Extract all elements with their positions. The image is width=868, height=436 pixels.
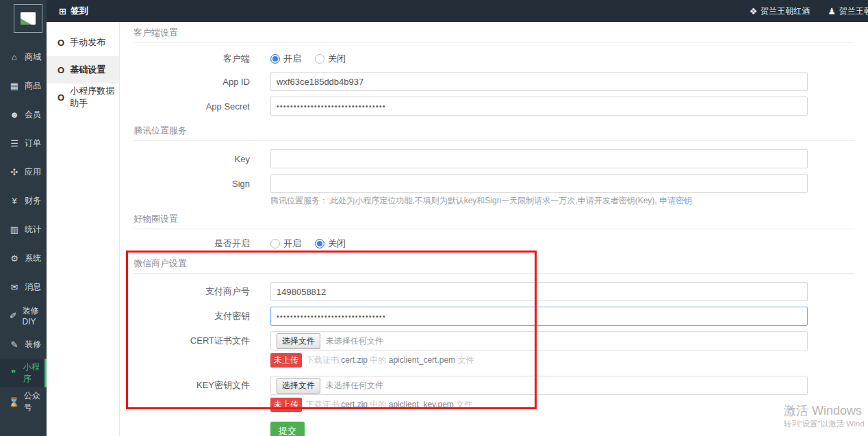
topbar: ⊞ 签到 ❖ 贺兰王朝红酒 ♟ 贺兰王朝红酒: [47, 0, 868, 22]
submenu-item-data-assistant[interactable]: O 小程序数据助手: [47, 84, 119, 111]
broken-image-icon: [21, 12, 36, 25]
haowuquan-off-radio[interactable]: 关闭: [315, 238, 346, 250]
sidebar-item-label: 公众号: [24, 390, 47, 413]
gear-icon: ⚙: [8, 253, 21, 264]
sidebar-item-statistics[interactable]: ▥ 统计: [0, 215, 47, 244]
sidebar-item-orders[interactable]: ☰ 订单: [0, 129, 47, 157]
haowuquan-on-radio[interactable]: 开启: [270, 238, 301, 250]
cert-help-text: 下载证书 cert.zip 中的 apiclient_cert.pem 文件: [306, 355, 474, 366]
section-title-client: 客户端设置: [133, 27, 854, 43]
key-help-suffix: 文件: [454, 400, 472, 409]
sidebar-item-label: 应用: [25, 166, 41, 178]
sidebar-item-finance[interactable]: ¥ 财务: [0, 186, 47, 215]
sidebar-item-members[interactable]: ☻ 会员: [0, 100, 47, 129]
cert-file-input[interactable]: 选择文件 未选择任何文件: [270, 331, 808, 350]
app-shell: ⌂ 商城 ▦ 商品 ☻ 会员 ☰ 订单 ✣ 应用 ¥ 财务 ▥ 统计 ⚙ 系统: [0, 0, 868, 436]
sidebar-item-official-account[interactable]: ⌛ 公众号: [0, 387, 47, 416]
radio-unchecked-icon: [315, 54, 324, 64]
location-key-input[interactable]: [270, 149, 808, 168]
radio-checked-icon: [270, 54, 280, 64]
client-off-radio[interactable]: 关闭: [315, 53, 346, 65]
client-label: 客户端: [133, 53, 250, 65]
key-file-input[interactable]: 选择文件 未选择任何文件: [270, 376, 808, 395]
pay-key-row: 支付密钥: [133, 307, 868, 326]
key-not-uploaded-badge: 未上传: [270, 398, 302, 412]
submenu-item-label: 基础设置: [70, 64, 105, 76]
pen-icon: ✎: [8, 339, 21, 350]
key-no-file-text: 未选择任何文件: [326, 380, 383, 392]
sidebar-item-miniprogram[interactable]: ❞ 小程序: [0, 359, 47, 387]
location-sign-input[interactable]: [270, 174, 808, 193]
radio-off-label: 关闭: [328, 53, 346, 65]
submenu-item-manual-publish[interactable]: O 手动发布: [47, 29, 119, 56]
client-radio-group: 开启 关闭: [270, 53, 346, 65]
client-enable-row: 客户端 开启 关闭: [133, 53, 868, 65]
page-title-text: 签到: [71, 5, 88, 17]
location-help-text: 腾讯位置服务： 此处为小程序定位功能,不填则为默认key和Sign一天限制请求一…: [270, 195, 868, 207]
radio-on-label: 开启: [283, 238, 301, 250]
sidebar-item-system[interactable]: ⚙ 系统: [0, 244, 47, 272]
client-on-radio[interactable]: 开启: [270, 53, 301, 65]
cert-help-mid: 中的: [368, 355, 389, 365]
cert-no-file-text: 未选择任何文件: [326, 335, 383, 347]
sidebar-item-label: 装修: [25, 339, 41, 350]
page-title: ⊞ 签到: [59, 5, 88, 17]
yen-icon: ¥: [8, 196, 21, 206]
section-title-haowuquan: 好物圈设置: [133, 214, 854, 229]
submit-button[interactable]: 提交: [270, 422, 305, 436]
haowuquan-enable-row: 是否开启 开启 关闭: [133, 238, 868, 250]
radio-off-label: 关闭: [328, 238, 346, 250]
windows-activation-watermark: 激活 Windows 转到“设置”以激活 Wind: [784, 402, 865, 429]
submenu-item-label: 手动发布: [70, 36, 105, 49]
sidebar-item-label: 订单: [25, 138, 41, 149]
cert-zip-name: cert.zip: [341, 355, 368, 365]
app-secret-input[interactable]: [270, 97, 808, 116]
key-zip-name: cert.zip: [341, 400, 368, 409]
pay-key-input[interactable]: [270, 307, 808, 326]
topbar-right: ❖ 贺兰王朝红酒 ♟ 贺兰王朝红酒: [750, 0, 868, 22]
submenu: O 手动发布 O 基础设置 O 小程序数据助手: [47, 22, 120, 436]
sidebar-item-apps[interactable]: ✣ 应用: [0, 157, 47, 186]
main-column: ⊞ 签到 ❖ 贺兰王朝红酒 ♟ 贺兰王朝红酒 O 手动发布: [47, 0, 868, 436]
sidebar-item-decorate-diy[interactable]: ✐ 装修DIY: [0, 301, 47, 330]
user-menu[interactable]: ♟ 贺兰王朝红酒: [828, 5, 868, 17]
sidebar-item-goods[interactable]: ▦ 商品: [0, 71, 47, 100]
sidebar-item-label: 财务: [25, 195, 41, 207]
section-title-location: 腾讯位置服务: [133, 125, 854, 141]
cert-choose-file-button[interactable]: 选择文件: [277, 333, 320, 349]
app-logo[interactable]: [14, 4, 42, 33]
shop-name: 贺兰王朝红酒: [761, 5, 810, 17]
radio-checked-icon: [315, 239, 324, 248]
users-icon: ☻: [8, 110, 21, 120]
mch-id-input[interactable]: [270, 282, 808, 301]
workspace: O 手动发布 O 基础设置 O 小程序数据助手 客户端设置 客户端: [47, 22, 868, 436]
key-help-mid: 中的: [368, 400, 389, 409]
calendar-icon: ⊞: [59, 6, 66, 16]
sidebar-item-mall[interactable]: ⌂ 商城: [0, 42, 47, 71]
cert-pem-name: apiclient_cert.pem: [389, 355, 455, 365]
shop-menu[interactable]: ❖ 贺兰王朝红酒: [750, 5, 810, 17]
apply-key-link[interactable]: 申请密钥: [659, 196, 692, 205]
sidebar-item-label: 系统: [25, 253, 41, 264]
sidebar-item-decorate[interactable]: ✎ 装修: [0, 330, 47, 359]
submenu-item-label: 小程序数据助手: [70, 85, 119, 110]
user-name: 贺兰王朝红酒: [839, 5, 868, 17]
cart-icon: ☰: [8, 138, 21, 149]
cert-file-row: CERT证书文件 选择文件 未选择任何文件: [133, 331, 868, 350]
cert-help-suffix: 文件: [455, 355, 474, 365]
cert-upload-status-row: 未上传 下载证书 cert.zip 中的 apiclient_cert.pem …: [270, 353, 868, 368]
sidebar-item-label: 会员: [25, 109, 41, 120]
bar-chart-icon: ▥: [8, 225, 21, 235]
cert-help-prefix: 下载证书: [306, 355, 341, 365]
key-upload-status-row: 未上传 下载证书 cert.zip 中的 apiclient_key.pem 文…: [270, 398, 868, 412]
share-nodes-icon: ✣: [8, 167, 21, 177]
key-choose-file-button[interactable]: 选择文件: [277, 378, 320, 394]
speech-bubble-icon: ✉: [8, 282, 21, 292]
sidebar-item-label: 统计: [25, 224, 41, 235]
brush-icon: ✐: [8, 311, 18, 321]
key-help-text: 下载证书 cert.zip 中的 apiclient_key.pem 文件: [306, 399, 472, 411]
cert-file-label: CERT证书文件: [133, 335, 250, 347]
app-id-input[interactable]: [270, 72, 808, 91]
submenu-item-basic-settings[interactable]: O 基础设置: [47, 56, 119, 84]
sidebar-item-messages[interactable]: ✉ 消息: [0, 272, 47, 301]
